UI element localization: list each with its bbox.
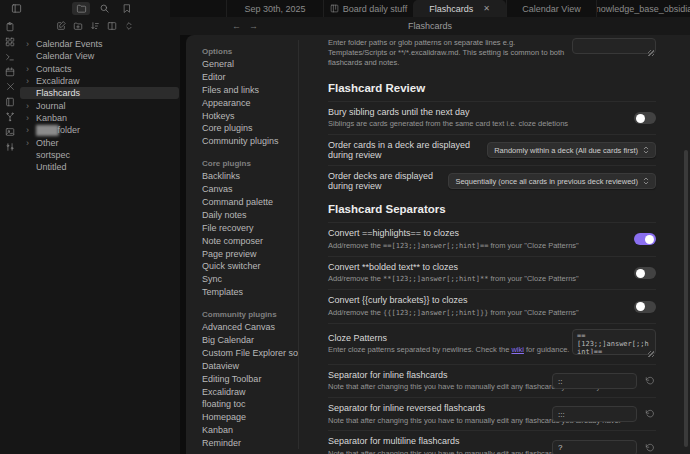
search-tab-icon[interactable] [95,2,113,15]
nav-item-custom-file-explorer-sorting[interactable]: Custom File Explorer sorting [202,348,298,361]
tree-item-flashcards[interactable]: Flashcards [20,87,179,99]
setting-order-cards: Order cards in a deck are displayed duri… [328,134,656,165]
nav-item-canvas[interactable]: Canvas [202,184,298,197]
order-cards-dropdown[interactable]: Randomly within a deck (All due cards fi… [487,142,656,158]
panel-left-toggle-icon[interactable] [7,2,25,15]
nav-item-command-palette[interactable]: Command palette [202,197,298,210]
nav-item-appearance[interactable]: Appearance [202,98,298,111]
reset-icon[interactable] [644,442,656,454]
tab-knowledge-base-obsidian[interactable]: Knowledge_base_obsidian [596,0,690,17]
nav-item-editing-toolbar[interactable]: Editing Toolbar [202,374,298,387]
view-header: ← → Flashcards [170,17,690,35]
bury-sibling-cards-toggle[interactable] [634,112,656,124]
settings-modal: Options General Editor Files and links A… [186,35,690,454]
nav-item-page-preview[interactable]: Page preview [202,249,298,262]
layout-grid-icon[interactable] [5,34,15,49]
file-tree: ›Calendar Events Calendar View ›Contacts… [20,38,179,173]
nav-item-note-composer[interactable]: Note composer [202,236,298,249]
nav-item-floating-toc[interactable]: floating toc [202,399,298,412]
setting-separator-multiline: Separator for multiline flashcards Note … [328,430,656,454]
tree-item-calendar-events[interactable]: ›Calendar Events [20,38,179,50]
view-title: Flashcards [170,17,690,35]
tab-label: Calendar View [522,4,580,14]
split-panel-icon[interactable] [106,20,118,32]
convert-highlights-toggle[interactable] [634,233,656,245]
tree-item-sortspec[interactable]: sortspec [20,149,179,161]
nav-item-big-calendar[interactable]: Big Calendar [202,335,298,348]
tree-item-redacted-folder[interactable]: ›████folder [20,124,179,136]
bookmark-tab-icon[interactable] [118,2,136,15]
separator-multiline-input[interactable] [552,440,637,454]
nav-item-core-plugins[interactable]: Core plugins [202,123,298,136]
setting-bury-sibling-cards: Bury sibling cards until the next day Si… [328,101,656,134]
setting-convert-bold: Convert **bolded text** to clozes Add/re… [328,256,656,290]
excalidraw-icon[interactable] [6,79,15,94]
tree-item-journal[interactable]: ›Journal [20,99,179,111]
reset-icon[interactable] [644,375,656,387]
tab-calendar-view[interactable]: Calendar View [506,0,596,17]
nav-item-files-and-links[interactable]: Files and links [202,85,298,98]
tree-item-contacts[interactable]: ›Contacts [20,63,179,75]
nav-item-quick-switcher[interactable]: Quick switcher [202,261,298,274]
terminal-icon[interactable] [5,49,15,64]
convert-curly-toggle[interactable] [634,301,656,313]
nav-item-community-plugins[interactable]: Community plugins [202,136,298,149]
nav-item-file-recovery[interactable]: File recovery [202,223,298,236]
collapse-all-icon[interactable] [123,20,135,32]
nav-item-daily-notes[interactable]: Daily notes [202,210,298,223]
nav-item-backlinks[interactable]: Backlinks [202,171,298,184]
sort-order-icon[interactable] [89,20,101,32]
separator-inline-reversed-input[interactable] [552,406,637,422]
nav-item-dataview[interactable]: Dataview [202,361,298,374]
setting-name: Separator for multiline flashcards [328,436,540,446]
settings-content: Enter folder paths or glob patterns on s… [299,35,690,454]
tab-board-daily-stuff[interactable]: Board daily stuff [323,0,413,17]
tab-label: Knowledge_base_obsidian [596,4,690,14]
reset-icon[interactable] [644,408,656,420]
cloze-patterns-textarea[interactable]: ==[123;;]answer[;;hint]== [572,329,656,355]
tree-item-untitled[interactable]: Untitled [20,161,179,173]
chevron-right-icon: › [26,125,36,135]
nav-item-hotkeys[interactable]: Hotkeys [202,111,298,124]
dropdown-value: Randomly within a deck (All due cards fi… [494,146,638,155]
clipboard-icon[interactable] [5,19,15,34]
nav-item-reminder[interactable]: Reminder [202,438,298,451]
image-icon[interactable] [5,124,15,139]
chevron-right-icon: › [26,64,36,74]
close-tab-icon[interactable]: ✕ [483,4,490,13]
setting-description: Add/remove the ==[123;;]answer[;;hint]==… [328,241,622,251]
nav-item-excalidraw[interactable]: Excalidraw [202,387,298,400]
sliders-icon[interactable] [5,139,15,154]
nav-item-sync[interactable]: Sync [202,274,298,287]
nav-item-homepage[interactable]: Homepage [202,412,298,425]
nav-item-general[interactable]: General [202,59,298,72]
calendar-icon[interactable] [5,64,15,79]
git-branch-icon[interactable] [5,109,15,124]
file-explorer-actions [20,17,170,35]
files-tab-icon[interactable] [72,2,90,15]
tree-item-calendar-view[interactable]: Calendar View [20,50,179,62]
new-note-icon[interactable] [55,20,67,32]
tree-item-kanban[interactable]: ›Kanban [20,112,179,124]
chevron-up-down-icon [643,176,649,186]
tab-sep-30th[interactable]: Sep 30th, 2025 [226,0,323,17]
separator-inline-input[interactable] [552,373,637,389]
wiki-link[interactable]: wiki [511,345,524,354]
new-folder-icon[interactable] [72,20,84,32]
convert-bold-toggle[interactable] [634,267,656,279]
folders-to-ignore-textarea[interactable] [572,38,656,54]
nav-item-kanban[interactable]: Kanban [202,425,298,438]
tree-item-other[interactable]: ›Other [20,136,179,148]
content-scrollbar[interactable] [684,150,688,447]
chevron-up-down-icon [643,145,649,155]
tree-item-excalidraw[interactable]: ›Excalidraw [20,75,179,87]
nav-item-advanced-canvas[interactable]: Advanced Canvas [202,322,298,335]
nav-item-editor[interactable]: Editor [202,72,298,85]
tree-label: Contacts [36,64,72,74]
tab-flashcards[interactable]: Flashcards ✕ [413,0,506,17]
order-decks-dropdown[interactable]: Sequentially (once all cards in previous… [448,173,656,189]
nav-item-templates[interactable]: Templates [202,287,298,300]
left-sidebar: ›Calendar Events Calendar View ›Contacts… [0,17,180,454]
tree-label: sortspec [36,150,70,160]
book-icon[interactable] [5,94,15,109]
